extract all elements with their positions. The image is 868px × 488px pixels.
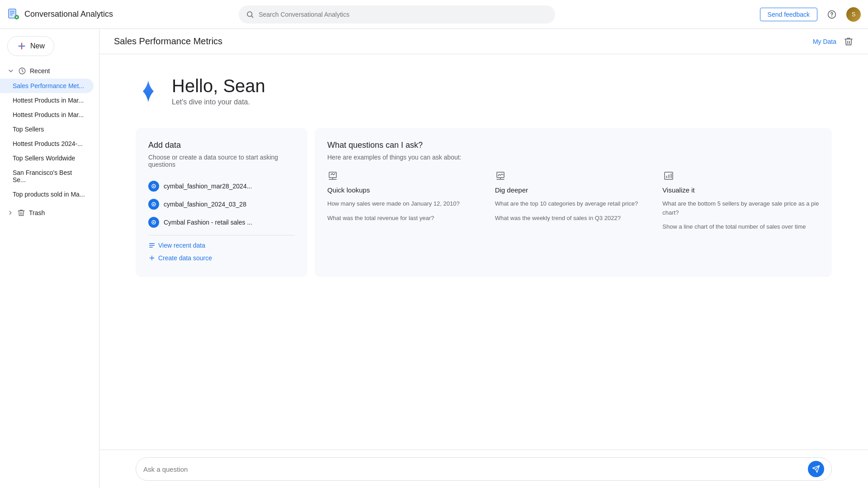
delete-icon xyxy=(844,37,854,47)
help-icon xyxy=(827,10,836,19)
chevron-down-icon xyxy=(7,67,14,75)
page-title: Sales Performance Metrics xyxy=(114,36,222,47)
send-button[interactable] xyxy=(808,461,824,477)
svg-point-18 xyxy=(153,204,155,205)
bottom-bar xyxy=(99,450,868,488)
svg-rect-23 xyxy=(149,247,153,247)
data-source-icon-1 xyxy=(148,199,159,210)
data-source-icon-0 xyxy=(148,181,159,192)
add-icon xyxy=(148,254,156,262)
my-data-link[interactable]: My Data xyxy=(813,38,836,45)
greeting-text: Hello, Sean Let's dive into your data. xyxy=(172,76,265,106)
app-logo-icon xyxy=(7,8,20,21)
app-name: Conversational Analytics xyxy=(24,9,113,19)
quick-lookup-icon xyxy=(327,170,340,183)
header-actions: Send feedback S xyxy=(760,5,861,23)
data-source-0[interactable]: cymbal_fashion_mar28_2024... xyxy=(148,177,295,195)
svg-rect-21 xyxy=(149,243,155,244)
app-header: Conversational Analytics Send feedback S xyxy=(0,0,868,29)
sidebar-item-4[interactable]: Hottest Products 2024-... xyxy=(0,136,94,151)
ask-question-input[interactable] xyxy=(143,465,803,473)
sidebar-item-1[interactable]: Hottest Products in Mar... xyxy=(0,93,94,108)
delete-button[interactable] xyxy=(844,37,854,47)
sidebar: New Recent Sales Performance Met... Hott… xyxy=(0,29,99,488)
sidebar-item-5[interactable]: Top Sellers Worldwide xyxy=(0,151,94,165)
add-data-title: Add data xyxy=(148,141,295,150)
ask-input-container xyxy=(136,457,832,481)
svg-point-16 xyxy=(153,186,155,187)
sidebar-item-2[interactable]: Hottest Products in Mar... xyxy=(0,108,94,122)
help-button[interactable] xyxy=(823,5,841,23)
sidebar-item-7[interactable]: Top products sold in Ma... xyxy=(0,187,94,202)
dig-deeper-icon xyxy=(495,170,508,183)
quick-lookup-example-0: How many sales were made on January 12, … xyxy=(327,199,484,208)
user-avatar[interactable]: S xyxy=(846,7,861,22)
plus-icon xyxy=(17,41,27,51)
cards-row: Add data Choose or create a data source … xyxy=(136,128,832,277)
questions-grid: Quick lookups How many sales were made o… xyxy=(327,170,819,237)
app-body: New Recent Sales Performance Met... Hott… xyxy=(0,29,868,488)
gemini-star-icon xyxy=(136,79,161,104)
search-container xyxy=(239,5,555,23)
trash-icon xyxy=(17,209,25,217)
svg-point-20 xyxy=(153,222,155,223)
quick-lookup-heading: Quick lookups xyxy=(327,186,484,194)
main-content: Sales Performance Metrics My Data xyxy=(99,29,868,488)
sidebar-item-6[interactable]: San Francisco's Best Se... xyxy=(0,165,94,187)
quick-lookup-example-1: What was the total revenue for last year… xyxy=(327,214,484,223)
data-source-1[interactable]: cymbal_fashion_2024_03_28 xyxy=(148,195,295,213)
svg-rect-35 xyxy=(670,174,672,178)
chevron-right-icon xyxy=(7,210,14,216)
add-data-subtitle: Choose or create a data source to start … xyxy=(148,154,295,168)
svg-point-11 xyxy=(831,16,832,17)
sidebar-item-3[interactable]: Top Sellers xyxy=(0,122,94,136)
search-input[interactable] xyxy=(259,11,548,18)
dig-deeper-example-0: What are the top 10 categories by averag… xyxy=(495,199,652,208)
data-source-icon-2 xyxy=(148,217,159,228)
svg-rect-33 xyxy=(666,176,667,178)
greeting-subtitle: Let's dive into your data. xyxy=(172,98,265,106)
add-data-card: Add data Choose or create a data source … xyxy=(136,128,307,277)
data-source-2[interactable]: Cymbal Fashion - retail sales ... xyxy=(148,213,295,231)
visualize-example-0: What are the bottom 5 sellers by average… xyxy=(662,199,819,217)
main-page-header: Sales Performance Metrics My Data xyxy=(99,29,868,54)
question-col-2: Visualize it What are the bottom 5 selle… xyxy=(662,170,819,237)
greeting-section: Hello, Sean Let's dive into your data. xyxy=(136,76,832,106)
greeting-title: Hello, Sean xyxy=(172,76,265,96)
visualize-heading: Visualize it xyxy=(662,186,819,194)
sidebar-item-0[interactable]: Sales Performance Met... xyxy=(0,79,94,93)
question-col-1: Dig deeper What are the top 10 categorie… xyxy=(495,170,652,237)
questions-subtitle: Here are examples of things you can ask … xyxy=(327,154,819,161)
svg-line-9 xyxy=(252,16,253,17)
list-icon xyxy=(148,242,156,249)
app-logo: Conversational Analytics xyxy=(7,8,134,21)
search-icon xyxy=(246,10,254,19)
trash-item[interactable]: Trash xyxy=(0,205,99,221)
dig-deeper-heading: Dig deeper xyxy=(495,186,652,194)
recent-label: Recent xyxy=(30,67,50,75)
question-col-0: Quick lookups How many sales were made o… xyxy=(327,170,484,237)
dig-deeper-example-1: What was the weekly trend of sales in Q3… xyxy=(495,214,652,223)
svg-rect-34 xyxy=(668,174,670,178)
svg-rect-26 xyxy=(329,172,336,178)
visualize-icon xyxy=(662,170,675,183)
visualize-example-1: Show a line chart of the total number of… xyxy=(662,222,819,231)
send-icon xyxy=(812,465,820,473)
questions-card: What questions can I ask? Here are examp… xyxy=(315,128,832,277)
create-data-source-link[interactable]: Create data source xyxy=(148,252,295,264)
questions-title: What questions can I ask? xyxy=(327,141,819,150)
trash-label: Trash xyxy=(29,209,45,216)
svg-rect-22 xyxy=(149,245,155,245)
clock-icon xyxy=(18,67,26,75)
search-box xyxy=(239,5,555,23)
view-recent-data-link[interactable]: View recent data xyxy=(148,239,295,252)
recent-section-header[interactable]: Recent xyxy=(0,63,99,79)
content-area: Hello, Sean Let's dive into your data. A… xyxy=(99,54,868,488)
main-header-actions: My Data xyxy=(813,37,854,47)
send-feedback-button[interactable]: Send feedback xyxy=(760,8,817,21)
new-button[interactable]: New xyxy=(7,36,54,56)
